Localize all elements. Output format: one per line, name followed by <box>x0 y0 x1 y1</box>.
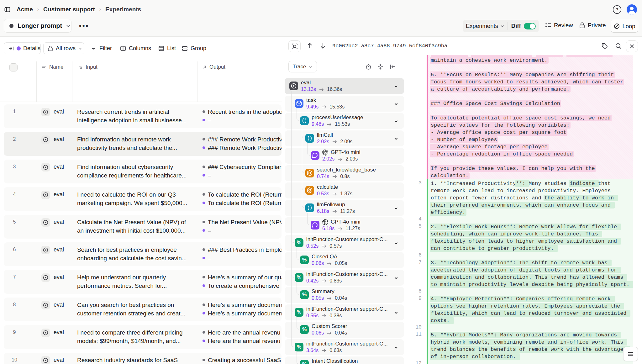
svg-text:?: ? <box>616 7 618 12</box>
